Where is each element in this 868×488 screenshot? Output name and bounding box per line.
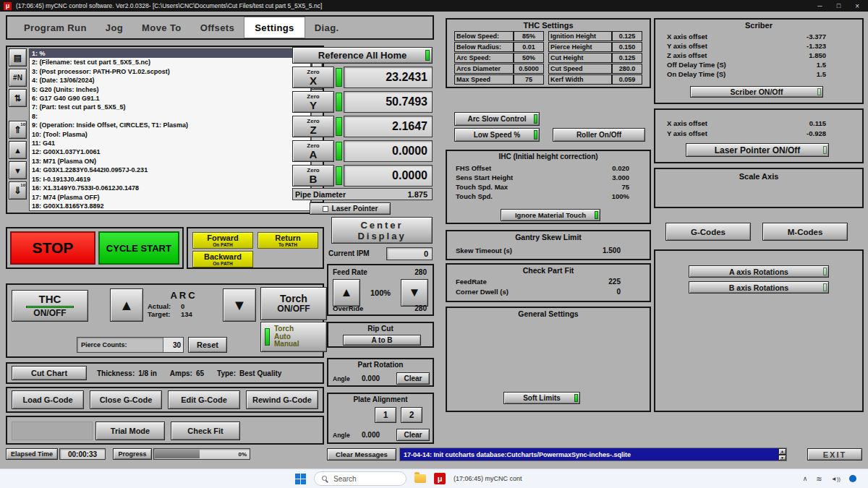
laser-offset-panel: X axis offset0.115 Y axis offset-0.928 L…: [654, 108, 864, 163]
tab-move-to[interactable]: Move To: [132, 22, 191, 33]
scriber-on-off-button[interactable]: Scriber ON/Off: [690, 86, 823, 98]
edit-gcode-button[interactable]: Edit G-Code: [168, 390, 240, 409]
thc-on-off-button[interactable]: THC ON/OFF: [12, 290, 88, 322]
feed-down-button[interactable]: ▼: [401, 279, 428, 307]
tray-chevron-up-icon[interactable]: ∧: [803, 475, 808, 482]
plate-point-1-button[interactable]: 1: [375, 407, 396, 423]
gcode-line[interactable]: 18: G00X1.8165Y3.8892: [30, 202, 310, 210]
message-combo[interactable]: 17-04-14: Init cutcharts database:Cutcha…: [399, 448, 787, 461]
gcode-line[interactable]: 10: (Tool: Plasma): [30, 130, 310, 139]
a-to-b-button[interactable]: A to B: [343, 335, 421, 346]
torch-auto-manual-button[interactable]: Torch Auto Manual: [260, 322, 327, 352]
g-codes-button[interactable]: G-Codes: [665, 223, 751, 241]
spinner-up-icon[interactable]: ▲: [778, 448, 786, 455]
gcode-line[interactable]: 8:: [30, 112, 310, 121]
laser-pointer-toggle[interactable]: Laser Pointer: [310, 202, 391, 215]
reference-all-home-button[interactable]: Reference All Home: [292, 47, 433, 64]
tray-wifi-icon[interactable]: ≋: [816, 475, 822, 483]
check-fit-button[interactable]: Check Fit: [171, 421, 240, 440]
spinner-down-icon[interactable]: ▼: [778, 455, 786, 461]
gcode-line[interactable]: 5: G20 (Units: Inches): [30, 85, 310, 94]
check-part-fit-title: Check Part Fit: [447, 266, 650, 275]
return-to-path-button[interactable]: Return To PATH: [258, 232, 318, 249]
rewind-gcode-button[interactable]: Rewind G-Code: [246, 390, 318, 409]
gcode-line[interactable]: 16: X1.3149Y0.7533I-0.0612J0.1478: [30, 184, 310, 192]
tab-program-run[interactable]: Program Run: [14, 22, 96, 33]
gcode-line[interactable]: 2: (Filename: test cut part 5_5X5_5.nc): [30, 58, 310, 67]
gcode-line[interactable]: 14: G03X1.2283Y0.5442I0.0957J-0.231: [30, 166, 310, 174]
stop-button[interactable]: STOP: [10, 231, 95, 265]
a-axis-rotations-button[interactable]: A axis Rotations: [689, 265, 829, 278]
tray-speaker-icon[interactable]: ◄)): [831, 476, 841, 482]
low-speed-button[interactable]: Low Speed %: [454, 128, 540, 142]
page-up-icon[interactable]: ⇑10: [9, 121, 27, 139]
arc-down-button[interactable]: ▼: [223, 288, 256, 322]
tab-offsets[interactable]: Offsets: [191, 22, 244, 33]
taskbar-search[interactable]: Search: [314, 471, 407, 486]
exit-button[interactable]: EXIT: [807, 448, 862, 461]
part-rotation-clear-button[interactable]: Clear: [396, 372, 430, 385]
page-down-icon[interactable]: ⇓10: [9, 181, 27, 200]
clear-messages-button[interactable]: Clear Messages: [327, 448, 396, 461]
rip-cut-panel: Rip Cut A to B: [327, 322, 434, 348]
b-axis-rotations-button[interactable]: B axis Rotations: [689, 281, 829, 294]
gcode-line[interactable]: 3: (Post processor: PATH-PRO V1.02.scpos…: [30, 67, 310, 76]
low-speed-indicator: [534, 130, 537, 140]
file-explorer-icon[interactable]: [414, 474, 426, 483]
gcode-line[interactable]: 4: (Date: 13/06/2024): [30, 76, 310, 85]
zero-y-button[interactable]: ZeroY: [292, 91, 334, 113]
ignore-material-touch-button[interactable]: Ignore Material Touch: [501, 209, 600, 221]
close-icon[interactable]: ×: [850, 2, 864, 10]
zero-a-button[interactable]: ZeroA: [292, 140, 334, 162]
tab-diag[interactable]: Diag.: [305, 22, 349, 33]
load-gcode-button[interactable]: Load G-Code: [12, 390, 84, 409]
thickness-value: 1/8 in: [138, 369, 157, 377]
close-gcode-button[interactable]: Close G-Code: [90, 390, 162, 409]
maximize-icon[interactable]: □: [832, 2, 846, 9]
reset-pierce-button[interactable]: Reset: [188, 337, 227, 353]
zero-b-button[interactable]: ZeroB: [292, 165, 334, 187]
roller-on-off-button[interactable]: Roller On/Off: [553, 128, 645, 142]
gcode-line[interactable]: 6: G17 G40 G90 G91.1: [30, 94, 310, 103]
gcode-line[interactable]: 17: M74 (Plasma OFF): [30, 193, 310, 202]
windows-start-icon[interactable]: [295, 474, 306, 484]
gcode-line[interactable]: 12: G00X1.037Y1.0061: [30, 147, 310, 156]
tab-settings[interactable]: Settings: [244, 17, 305, 38]
minimize-icon[interactable]: ─: [812, 2, 827, 9]
search-line-icon[interactable]: ▤: [9, 48, 27, 67]
gcode-line[interactable]: 13: M71 (Plasma ON): [30, 157, 310, 166]
tab-jog[interactable]: Jog: [96, 22, 132, 33]
tray-notification-icon[interactable]: [849, 475, 856, 482]
forward-on-path-button[interactable]: Forward On PATH: [192, 232, 253, 249]
plate-clear-button[interactable]: Clear: [396, 429, 430, 441]
gcode-line[interactable]: 7: (Part: test cut part 5_5X5_5): [30, 103, 310, 111]
trial-mode-button[interactable]: Trial Mode: [95, 421, 165, 440]
mycnc-taskbar-icon[interactable]: μ: [434, 473, 446, 484]
soft-limits-button[interactable]: Soft Limits: [503, 392, 580, 404]
m-codes-button[interactable]: M-Codes: [762, 223, 848, 241]
line-down-icon[interactable]: ▼: [9, 161, 27, 179]
zero-z-button[interactable]: ZeroZ: [292, 116, 334, 137]
x-position-display: 23.2431: [344, 67, 433, 88]
goto-line-icon[interactable]: #N: [9, 69, 27, 87]
type-value: Best Quality: [239, 369, 281, 377]
swap-view-icon[interactable]: ⇅: [9, 89, 27, 107]
gcode-line[interactable]: 1: %: [30, 49, 310, 58]
backward-on-path-button[interactable]: Backward On PATH: [192, 251, 253, 267]
message-spinner[interactable]: ▲ ▼: [778, 448, 786, 461]
zero-x-button[interactable]: ZeroX: [292, 67, 334, 88]
gcode-line[interactable]: 15: I-0.1913J0.4619: [30, 175, 310, 184]
cut-chart-button[interactable]: Cut Chart: [12, 366, 87, 380]
cycle-start-button[interactable]: CYCLE START: [98, 231, 179, 265]
torch-on-off-button[interactable]: Torch ON/OFF: [260, 287, 327, 320]
gcode-line[interactable]: 11: G41: [30, 139, 310, 147]
plate-point-2-button[interactable]: 2: [401, 407, 422, 423]
center-display-button[interactable]: Center Display: [331, 217, 433, 244]
arc-up-button[interactable]: ▲: [110, 288, 143, 322]
feed-up-button[interactable]: ▲: [333, 279, 360, 307]
mycnc-taskbar-label[interactable]: (17:06:45) myCNC cont: [454, 475, 522, 482]
line-up-icon[interactable]: ▲: [9, 141, 27, 159]
arc-slow-control-button[interactable]: Arc Slow Control: [454, 112, 540, 126]
laser-pointer-on-off-button[interactable]: Laser Pointer ON/Off: [686, 143, 829, 157]
gcode-line[interactable]: 9: (Operation: Inside Offset, CIRCLES, T…: [30, 121, 310, 129]
